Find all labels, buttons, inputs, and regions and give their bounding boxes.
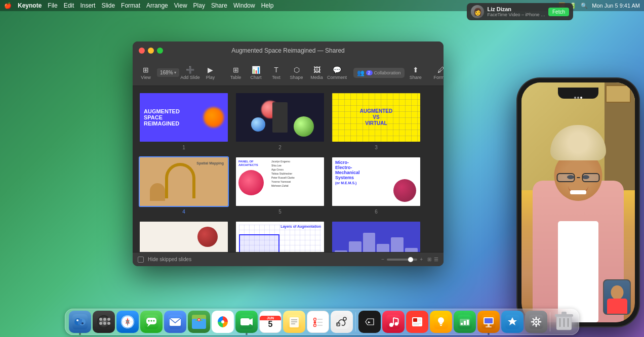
slide-num-5: 5 xyxy=(278,209,281,215)
toolbar-table[interactable]: ⊞ Table xyxy=(227,64,245,81)
slide-thumb-8[interactable]: Layers of Augmentation xyxy=(235,221,325,252)
zoom-in-icon[interactable]: + xyxy=(420,257,423,262)
slide-item-9[interactable]: 9 xyxy=(331,221,421,252)
chart-label: Chart xyxy=(251,75,262,80)
slide-item-6[interactable]: Micro-Electro-MechanicalSystems(or M.E.M… xyxy=(331,156,421,215)
menu-format[interactable]: Format xyxy=(121,2,140,9)
facetime-text: Liz Dizan FaceTime Video – iPhone … xyxy=(487,6,545,17)
dock-appstore[interactable] xyxy=(501,311,524,333)
dock-calendar[interactable]: JUN 5 xyxy=(259,311,281,333)
toolbar-share[interactable]: ⬆ Share xyxy=(407,64,425,81)
slide2-sphere2 xyxy=(251,117,265,132)
menu-view[interactable]: View xyxy=(174,2,187,9)
dock-facetime[interactable] xyxy=(235,311,258,333)
menu-slide[interactable]: Slide xyxy=(101,2,115,9)
collab-icon: 👥 xyxy=(357,69,365,76)
slide-item-5[interactable]: PANEL OFARCHITECTS Jocelyn Engemo Shia L… xyxy=(235,156,325,215)
toolbar-view[interactable]: ⊞ View xyxy=(137,64,155,81)
dock-finder[interactable] xyxy=(69,311,91,333)
slide-item-8[interactable]: Layers of Augmentation 8 xyxy=(235,221,325,252)
slide5-names: Jocelyn Engemo Shia Lee Aga Groos Tobias… xyxy=(269,160,321,203)
facetime-fetch-button[interactable]: Fetch xyxy=(548,8,569,16)
dock-mail[interactable] xyxy=(164,311,186,333)
slide-thumb-3[interactable]: AugmentedVSVirtual xyxy=(331,92,421,143)
minimize-button[interactable] xyxy=(148,48,154,54)
toolbar-media[interactable]: 🖼 Media xyxy=(308,64,326,81)
toolbar-comment[interactable]: 💬 Comment xyxy=(328,64,346,81)
toolbar-collaboration[interactable]: 👥 2 Collaboration xyxy=(353,68,405,78)
dock-appletv[interactable] xyxy=(358,311,381,333)
dock-system-preferences[interactable] xyxy=(525,311,547,333)
slide-item-2[interactable]: 2 xyxy=(235,92,325,150)
slide-item-4[interactable]: Spatial Mapping 4 xyxy=(139,156,229,215)
person-teeth xyxy=(570,190,586,194)
toolbar-chart[interactable]: 📊 Chart xyxy=(247,64,265,81)
dock-maps[interactable] xyxy=(188,311,210,333)
dock-notes[interactable] xyxy=(283,311,305,333)
svg-point-10 xyxy=(103,322,106,325)
menu-help[interactable]: Help xyxy=(261,2,274,9)
hide-skipped-checkbox[interactable] xyxy=(138,257,144,263)
dock-trash[interactable] xyxy=(553,311,575,333)
list-view-icon[interactable]: ☰ xyxy=(434,257,438,262)
svg-point-24 xyxy=(153,320,155,322)
dock-music[interactable] xyxy=(382,311,405,333)
dock-launchpad[interactable] xyxy=(93,311,115,333)
close-button[interactable] xyxy=(139,48,145,54)
toolbar-text[interactable]: T Text xyxy=(267,64,286,81)
dock-messages[interactable] xyxy=(140,311,163,333)
dock-keynote[interactable] xyxy=(477,311,500,333)
dock-reminders[interactable] xyxy=(307,311,329,333)
menu-edit[interactable]: Edit xyxy=(64,2,74,9)
slide-thumb-2[interactable] xyxy=(235,92,325,143)
zoom-control[interactable]: 168% ▾ xyxy=(157,68,179,77)
view-icon: ⊞ xyxy=(143,66,149,74)
dock-numbers[interactable] xyxy=(454,311,476,333)
facetime-notification[interactable]: 👩 Liz Dizan FaceTime Video – iPhone … Fe… xyxy=(467,3,573,20)
menu-arrange[interactable]: Arrange xyxy=(146,2,168,9)
menu-file[interactable]: File xyxy=(48,2,57,9)
menu-play[interactable]: Play xyxy=(193,2,205,9)
svg-point-7 xyxy=(99,318,102,321)
toolbar-add-slide[interactable]: ➕ Add Slide xyxy=(181,64,199,81)
slide-thumb-4[interactable]: Spatial Mapping xyxy=(139,156,229,207)
search-icon[interactable]: 🔍 xyxy=(581,3,588,9)
toolbar-shape[interactable]: ⬡ Shape xyxy=(288,64,306,81)
apple-menu[interactable]: 🍎 xyxy=(4,2,12,9)
slide-thumb-7[interactable]: AUGO xyxy=(139,221,229,252)
zoom-slider[interactable] xyxy=(387,259,417,261)
slide-thumb-6[interactable]: Micro-Electro-MechanicalSystems(or M.E.M… xyxy=(331,156,421,207)
toolbar-play[interactable]: ▶ Play xyxy=(202,64,220,81)
slide-item-3[interactable]: AugmentedVSVirtual 3 xyxy=(331,92,421,150)
slide-thumb-9[interactable] xyxy=(331,221,421,252)
slide9-bar4 xyxy=(377,244,389,252)
collab-badge: 2 xyxy=(366,70,373,75)
slide-thumb-5[interactable]: PANEL OFARCHITECTS Jocelyn Engemo Shia L… xyxy=(235,156,325,207)
iphone-screen xyxy=(521,82,635,322)
slide-item-1[interactable]: AUGMENTEDSPACEREIMAGINED 1 xyxy=(139,92,229,150)
slide4-title: Spatial Mapping xyxy=(196,161,224,165)
video-inset[interactable] xyxy=(603,279,631,315)
zoom-out-icon[interactable]: − xyxy=(381,257,384,262)
grid-view-icon[interactable]: ⊞ xyxy=(427,257,431,262)
toolbar-format[interactable]: 🖊 Format xyxy=(432,64,444,81)
dock-photos[interactable] xyxy=(212,311,234,333)
maximize-button[interactable] xyxy=(157,48,163,54)
menu-app-name[interactable]: Keynote xyxy=(18,2,42,9)
svg-rect-74 xyxy=(464,321,466,325)
slide-item-7[interactable]: AUGO 7 xyxy=(139,221,229,252)
menu-share[interactable]: Share xyxy=(211,2,227,9)
zoom-chevron: ▾ xyxy=(174,70,176,75)
menu-window[interactable]: Window xyxy=(233,2,255,9)
dock-freeform[interactable] xyxy=(331,311,353,333)
svg-point-33 xyxy=(221,320,224,323)
toolbar: ⊞ View 168% ▾ ➕ Add Slide ▶ Play ⊞ Table… xyxy=(133,60,444,86)
dock-safari[interactable] xyxy=(116,311,139,333)
svg-rect-62 xyxy=(413,318,417,322)
dock-news[interactable] xyxy=(406,311,428,333)
format-label: Format xyxy=(433,75,444,80)
svg-point-4 xyxy=(76,319,78,321)
slide-thumb-1[interactable]: AUGMENTEDSPACEREIMAGINED xyxy=(139,92,229,143)
dock-tips[interactable] xyxy=(430,311,452,333)
menu-insert[interactable]: Insert xyxy=(80,2,95,9)
